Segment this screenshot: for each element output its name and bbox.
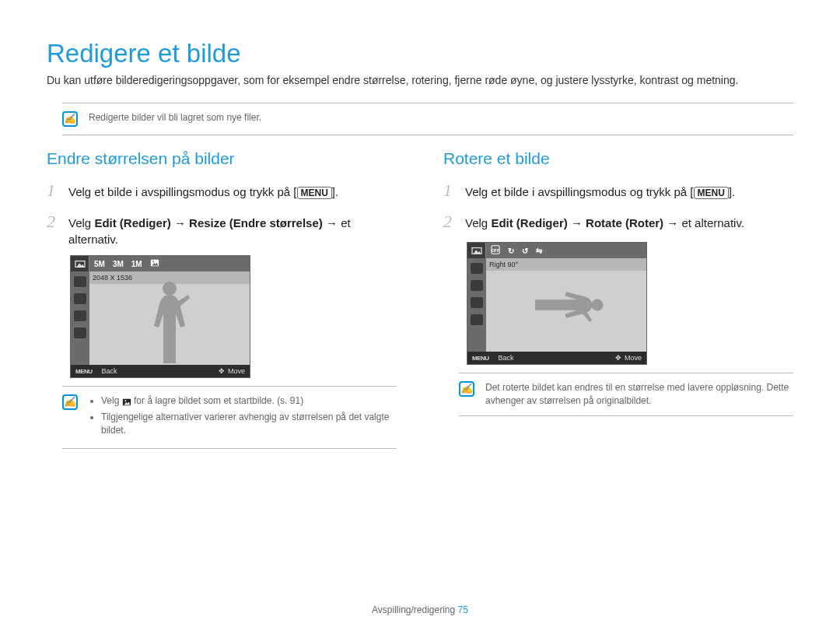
rotate-options: OFF ↻ ↺ ⇋ xyxy=(486,245,542,256)
startimage-icon xyxy=(150,258,159,269)
step-number: 1 xyxy=(47,179,61,203)
footer-section: Avspilling/redigering xyxy=(372,604,455,615)
page-title: Redigere et bilde xyxy=(47,39,793,68)
svg-point-7 xyxy=(124,401,126,402)
menu-label: MENU xyxy=(71,368,97,375)
size-option: 3M xyxy=(113,260,124,268)
step-text: Velg xyxy=(68,216,94,229)
svg-point-5 xyxy=(163,282,177,296)
screen-bottom-bar: MENU Back ✥Move xyxy=(467,352,646,364)
screen-sidebar xyxy=(71,271,89,365)
size-option: 5M xyxy=(94,260,105,268)
resize-step-1: 1 Velg et bilde i avspillingsmodus og tr… xyxy=(47,179,397,203)
move-icon: ✥ xyxy=(615,354,621,362)
note-text: Det roterte bildet kan endres til en stø… xyxy=(485,381,793,408)
rotate-heading: Rotere et bilde xyxy=(443,149,793,168)
sidebar-icon xyxy=(471,280,483,291)
resize-section: Endre størrelsen på bilder 1 Velg et bil… xyxy=(47,149,397,463)
move-icon: ✥ xyxy=(219,367,225,375)
menu-button-icon: MENU xyxy=(694,187,729,199)
intro-text: Du kan utføre bilderedigeringsoppgaver, … xyxy=(47,73,793,89)
sidebar-icon xyxy=(471,314,483,325)
screen-canvas: 2048 X 1536 xyxy=(89,271,250,365)
screen-corner-icon xyxy=(467,243,486,258)
step-bold: Resize (Endre størrelse) xyxy=(189,216,323,229)
svg-marker-1 xyxy=(76,264,83,268)
note-text: Redigerte bilder vil bli lagret som nye … xyxy=(89,111,261,124)
resize-options: 5M 3M 1M xyxy=(89,258,159,269)
rotate-right-icon: ↻ xyxy=(508,247,514,255)
move-label: Move xyxy=(625,354,642,362)
sidebar-icon xyxy=(471,297,483,308)
person-silhouette-rotated-icon xyxy=(527,285,605,324)
rotate-section: Rotere et bilde 1 Velg et bilde i avspil… xyxy=(443,149,793,463)
info-strip: Right 90° xyxy=(486,258,646,271)
step-bold: Rotate (Roter) xyxy=(586,216,663,229)
rotate-left-icon: ↺ xyxy=(522,247,528,255)
resize-screen: 5M 3M 1M 2048 X 1536 xyxy=(70,255,250,378)
rotate-icon xyxy=(74,276,86,287)
note-bullet: Tilgjengelige alternativer varierer avhe… xyxy=(101,411,397,437)
rotate-screen: OFF ↻ ↺ ⇋ Right 90° xyxy=(467,242,647,365)
step-text: Velg et bilde i avspillingsmodus og tryk… xyxy=(68,185,297,198)
startimage-icon xyxy=(122,396,131,408)
sidebar-icon xyxy=(74,293,86,304)
menu-button-icon: MENU xyxy=(297,187,332,199)
step-number: 1 xyxy=(443,179,457,203)
rotate-step-2: 2 Velg Edit (Rediger) → Rotate (Roter) →… xyxy=(443,210,793,234)
screen-sidebar xyxy=(467,258,486,352)
svg-point-3 xyxy=(152,261,154,263)
note-icon: ✍ xyxy=(62,111,78,127)
off-icon: OFF xyxy=(491,245,500,256)
step-text: Velg et bilde i avspillingsmodus og tryk… xyxy=(465,185,694,198)
step-text-tail: ]. xyxy=(729,185,735,198)
resize-heading: Endre størrelsen på bilder xyxy=(47,149,397,168)
flip-icon: ⇋ xyxy=(536,247,542,255)
arrow-icon: → xyxy=(171,216,189,229)
arrow-icon: → xyxy=(568,216,586,229)
resize-note: ✍ Velg for å lagre bildet som et startbi… xyxy=(62,386,397,448)
menu-label: MENU xyxy=(467,355,494,362)
screen-corner-icon xyxy=(71,256,89,271)
back-label: Back xyxy=(494,354,519,362)
top-note: ✍ Redigerte bilder vil bli lagret som ny… xyxy=(62,103,793,135)
step-number: 2 xyxy=(443,210,457,234)
resize-step-2: 2 Velg Edit (Rediger) → Resize (Endre st… xyxy=(47,210,397,247)
sidebar-icon xyxy=(74,328,86,338)
rotate-note: ✍ Det roterte bildet kan endres til en s… xyxy=(459,373,793,416)
note-icon: ✍ xyxy=(459,381,474,397)
back-label: Back xyxy=(97,367,122,375)
sidebar-icon xyxy=(471,263,483,274)
screen-canvas: Right 90° xyxy=(486,258,646,352)
step-text: Velg xyxy=(465,216,491,229)
move-label: Move xyxy=(228,367,245,375)
sidebar-icon xyxy=(74,310,86,321)
step-text-tail: → et alternativ. xyxy=(663,216,744,229)
size-option: 1M xyxy=(131,260,142,268)
note-text-part: Velg xyxy=(101,395,122,406)
note-bullet: Velg for å lagre bildet som et startbild… xyxy=(101,394,397,408)
step-text-tail: ]. xyxy=(332,185,338,198)
step-number: 2 xyxy=(47,210,61,234)
note-text-part: for å lagre bildet som et startbilde. (s… xyxy=(131,395,303,406)
svg-marker-10 xyxy=(473,250,480,254)
screen-bottom-bar: MENU Back ✥Move xyxy=(71,365,250,377)
rotate-step-1: 1 Velg et bilde i avspillingsmodus og tr… xyxy=(443,179,793,203)
note-icon: ✍ xyxy=(62,394,78,410)
svg-point-13 xyxy=(591,299,603,311)
person-silhouette-icon xyxy=(146,279,193,365)
page-footer: Avspilling/redigering 75 xyxy=(0,604,840,615)
step-bold: Edit (Rediger) xyxy=(94,216,170,229)
footer-page-number: 75 xyxy=(458,604,468,615)
svg-text:OFF: OFF xyxy=(492,248,499,253)
step-bold: Edit (Rediger) xyxy=(491,216,567,229)
